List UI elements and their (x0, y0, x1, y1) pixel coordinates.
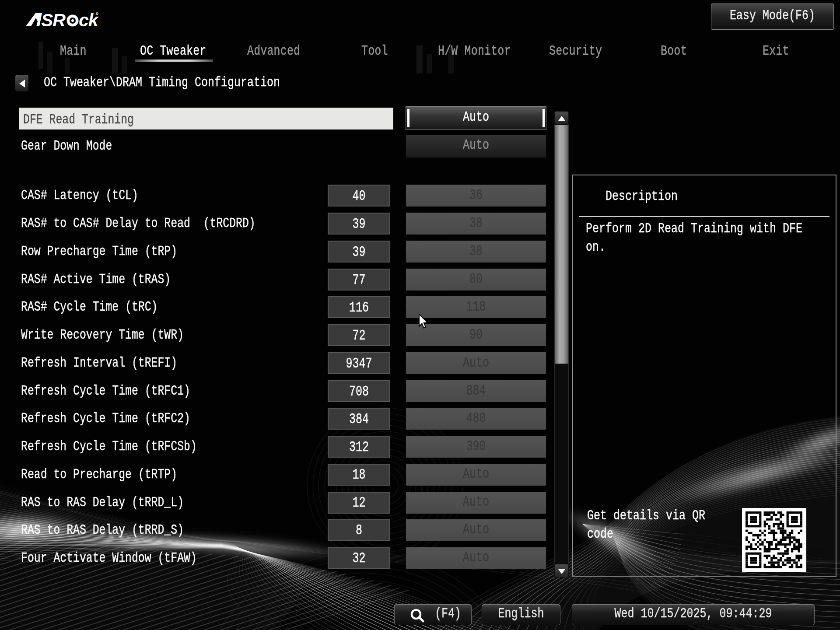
svg-text:SR: SR (41, 10, 66, 30)
